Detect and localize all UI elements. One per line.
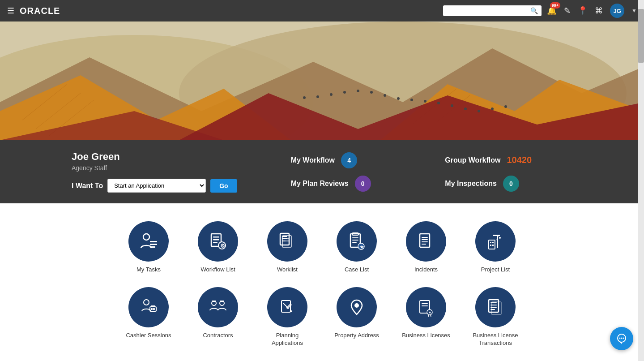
property-address-icon-item[interactable]: Property Address (322, 283, 392, 352)
planning-applications-icon (267, 287, 307, 327)
svg-rect-59 (490, 242, 491, 243)
svg-line-85 (428, 315, 429, 317)
workflow-list-icon: ⚙ (198, 221, 238, 262)
i-want-to-label: I Want To (72, 182, 103, 190)
svg-point-21 (410, 99, 413, 101)
hero-banner (0, 21, 644, 140)
svg-rect-35 (213, 239, 219, 241)
my-workflow-count[interactable]: 4 (341, 152, 357, 168)
svg-rect-36 (213, 242, 218, 243)
my-plan-reviews-count[interactable]: 0 (355, 176, 371, 192)
cashier-sessions-icon (128, 287, 169, 327)
svg-rect-34 (213, 236, 219, 238)
svg-rect-60 (492, 242, 494, 243)
workflow-list-icon-item[interactable]: ⚙ Workflow List (183, 217, 253, 278)
svg-rect-58 (489, 240, 495, 249)
business-license-transactions-icon (475, 287, 516, 327)
avatar[interactable]: JG (610, 4, 624, 18)
svg-rect-62 (492, 245, 494, 246)
project-list-icon-item[interactable]: Project List (461, 217, 530, 278)
search-icon: 🔍 (530, 7, 538, 14)
svg-point-20 (397, 97, 400, 100)
worklist-icon-item[interactable]: Worklist (253, 217, 322, 278)
svg-rect-31 (150, 244, 157, 245)
property-address-label: Property Address (334, 332, 379, 340)
svg-point-95 (619, 338, 621, 339)
map-button[interactable]: 📍 (578, 6, 588, 16)
svg-rect-57 (422, 244, 426, 245)
svg-point-67 (144, 300, 149, 305)
scrollbar (638, 0, 644, 361)
my-tasks-icon-item[interactable]: My Tasks (114, 217, 183, 278)
hamburger-menu-icon[interactable]: ☰ (7, 6, 14, 16)
oracle-logo: ORACLE (20, 6, 60, 16)
bar-chart-icon: ✎ (564, 6, 571, 15)
svg-point-22 (424, 100, 426, 103)
cashier-sessions-icon-item[interactable]: Cashier Sessions (114, 283, 183, 352)
svg-rect-53 (420, 234, 430, 247)
notification-badge: 99+ (550, 2, 560, 9)
my-tasks-icon (128, 221, 169, 262)
scrollbar-thumb[interactable] (638, 9, 644, 63)
incidents-icon (406, 221, 446, 262)
workflow-list-label: Workflow List (200, 266, 235, 274)
svg-text:★: ★ (428, 310, 431, 314)
contractors-icon-item[interactable]: Contractors (183, 283, 253, 352)
contractors-icon (198, 287, 238, 327)
svg-point-23 (437, 102, 440, 104)
analytics-button[interactable]: ✎ (564, 6, 571, 16)
planning-applications-label: Planning Applications (272, 332, 303, 347)
svg-point-29 (143, 234, 149, 240)
user-name: Joe Green (72, 151, 237, 163)
go-button[interactable]: Go (210, 179, 237, 193)
svg-text:⚙: ⚙ (220, 243, 225, 249)
my-plan-reviews-label: My Plan Reviews (291, 180, 349, 188)
svg-rect-55 (422, 239, 428, 240)
svg-rect-75 (220, 301, 224, 302)
apps-button[interactable]: ⌘ (595, 6, 603, 16)
svg-rect-71 (151, 305, 155, 307)
svg-rect-50 (352, 242, 357, 243)
case-list-label: Case List (345, 266, 369, 274)
icons-row-1: My Tasks ⚙ Workflow List (54, 217, 590, 278)
group-workflow-stat: Group Workflow 10420 (445, 152, 572, 168)
business-license-transactions-icon-item[interactable]: Business License Transactions (461, 283, 530, 352)
icons-section: My Tasks ⚙ Workflow List (0, 203, 644, 361)
svg-point-18 (370, 91, 373, 94)
chat-button[interactable] (610, 327, 633, 350)
my-workflow-stat: My Workflow 4 (291, 152, 418, 168)
svg-point-17 (357, 90, 359, 92)
grid-icon: ⌘ (595, 6, 603, 15)
svg-line-86 (431, 315, 431, 317)
business-licenses-label: Business Licenses (402, 332, 450, 340)
business-licenses-icon-item[interactable]: ★ Business Licenses (392, 283, 461, 352)
case-list-icon-item[interactable]: ★ Case List (322, 217, 392, 278)
svg-point-16 (343, 91, 346, 94)
i-want-to-select[interactable]: Start an Application Schedule an Inspect… (107, 179, 206, 193)
svg-point-28 (504, 105, 507, 108)
incidents-icon-item[interactable]: Incidents (392, 217, 461, 278)
info-panel: Joe Green Agency Staff I Want To Start a… (0, 140, 644, 203)
project-list-icon (475, 221, 516, 262)
svg-rect-45 (284, 241, 290, 241)
worklist-icon (267, 221, 307, 262)
svg-rect-70 (153, 308, 155, 310)
map-icon: 📍 (578, 6, 588, 15)
planning-applications-icon-item[interactable]: Planning Applications (253, 283, 322, 352)
svg-rect-54 (422, 237, 428, 238)
worklist-label: Worklist (277, 266, 298, 274)
search-input[interactable] (447, 8, 530, 14)
project-list-label: Project List (481, 266, 510, 274)
svg-point-96 (621, 338, 623, 339)
svg-rect-83 (422, 305, 428, 306)
svg-rect-73 (212, 301, 216, 302)
my-inspections-count[interactable]: 0 (503, 176, 519, 192)
svg-point-26 (478, 110, 480, 112)
svg-rect-82 (422, 303, 428, 304)
svg-rect-69 (151, 308, 153, 310)
case-list-icon: ★ (337, 221, 377, 262)
group-workflow-count[interactable]: 10420 (507, 152, 532, 168)
user-dropdown-arrow[interactable]: ▼ (631, 8, 637, 14)
svg-rect-48 (352, 237, 358, 238)
notifications-button[interactable]: 🔔 99+ (547, 6, 557, 16)
